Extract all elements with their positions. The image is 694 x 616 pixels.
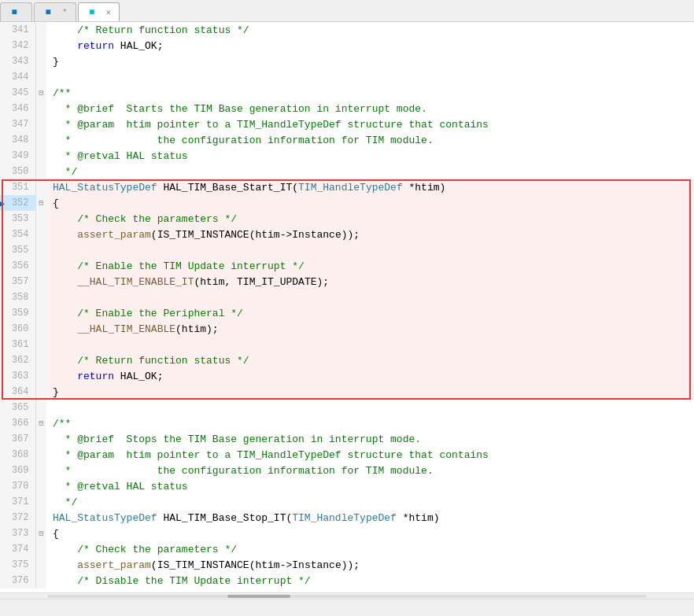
line-content: */ xyxy=(46,164,694,179)
fold-indicator xyxy=(35,494,46,510)
fold-indicator xyxy=(35,101,46,116)
line-content: __HAL_TIM_ENABLE(htim); xyxy=(46,321,694,337)
line-number: 367 xyxy=(0,431,35,447)
line-number: 376 xyxy=(0,573,35,588)
line-number: 355 xyxy=(0,242,35,258)
fold-indicator xyxy=(35,38,46,53)
line-number: 351 xyxy=(0,179,35,195)
line-row: 374 /* Check the parameters */ xyxy=(0,541,694,557)
line-row: 375 assert_param(IS_TIM_INSTANCE(htim->I… xyxy=(0,557,694,573)
line-row: 363 return HAL_OK; xyxy=(0,368,694,384)
fold-indicator xyxy=(35,211,46,227)
line-number: ▶352 xyxy=(0,195,35,211)
line-content: /* Check the parameters */ xyxy=(46,211,694,227)
line-row: 347 * @param htim pointer to a TIM_Handl… xyxy=(0,116,694,132)
fold-indicator xyxy=(35,447,46,463)
fold-indicator xyxy=(35,164,46,179)
line-content xyxy=(46,242,694,258)
scrollbar-track[interactable] xyxy=(47,595,647,598)
fold-indicator xyxy=(35,431,46,447)
line-number: 347 xyxy=(0,116,35,132)
line-number: 375 xyxy=(0,557,35,573)
fold-indicator xyxy=(35,352,46,368)
line-row: 358 xyxy=(0,290,694,305)
debug-arrow-icon: ▶ xyxy=(0,197,5,210)
line-row: 369 * the configuration information for … xyxy=(0,463,694,478)
line-content xyxy=(46,400,694,415)
fold-indicator xyxy=(35,573,46,588)
line-row: 345⊟/** xyxy=(0,85,694,101)
fold-indicator xyxy=(35,227,46,242)
line-content: { xyxy=(46,195,694,211)
line-content: /** xyxy=(46,415,694,431)
fold-indicator[interactable]: ⊟ xyxy=(35,195,46,211)
line-number: 370 xyxy=(0,478,35,494)
line-content: } xyxy=(46,384,694,400)
line-number: 350 xyxy=(0,164,35,179)
line-row: 370 * @retval HAL status xyxy=(0,478,694,494)
line-row: ▶352⊟{ xyxy=(0,195,694,211)
code-table: 341 /* Return function status */342 retu… xyxy=(0,22,694,588)
file-icon-stm32: ■ xyxy=(87,7,98,18)
fold-indicator xyxy=(35,242,46,258)
fold-indicator xyxy=(35,258,46,274)
fold-indicator xyxy=(35,22,46,38)
line-number: 349 xyxy=(0,148,35,164)
code-area[interactable]: 341 /* Return function status */342 retu… xyxy=(0,22,694,592)
fold-indicator[interactable]: ⊟ xyxy=(35,85,46,101)
line-number: 366 xyxy=(0,415,35,431)
line-content: * @brief Starts the TIM Base generation … xyxy=(46,101,694,116)
line-content: */ xyxy=(46,494,694,510)
line-number: 358 xyxy=(0,290,35,305)
line-number: 345 xyxy=(0,85,35,101)
line-number: 354 xyxy=(0,227,35,242)
tab-main-c[interactable]: ■ xyxy=(0,2,32,21)
line-content: * @param htim pointer to a TIM_HandleTyp… xyxy=(46,447,694,463)
fold-indicator[interactable]: ⊟ xyxy=(35,415,46,431)
line-row: 371 */ xyxy=(0,494,694,510)
fold-indicator xyxy=(35,274,46,290)
fold-indicator[interactable]: ⊟ xyxy=(35,526,46,541)
line-number: 357 xyxy=(0,274,35,290)
line-content: assert_param(IS_TIM_INSTANCE(htim->Insta… xyxy=(46,227,694,242)
fold-indicator xyxy=(35,179,46,195)
line-row: 351HAL_StatusTypeDef HAL_TIM_Base_Start_… xyxy=(0,179,694,195)
line-content: * the configuration information for TIM … xyxy=(46,463,694,478)
line-row: 365 xyxy=(0,400,694,415)
line-content xyxy=(46,337,694,352)
scrollbar-thumb[interactable] xyxy=(227,595,290,598)
line-row: 354 assert_param(IS_TIM_INSTANCE(htim->I… xyxy=(0,227,694,242)
tab-tim-c[interactable]: ■ * xyxy=(34,2,76,21)
line-row: 341 /* Return function status */ xyxy=(0,22,694,38)
fold-indicator xyxy=(35,305,46,321)
fold-indicator xyxy=(35,510,46,526)
tab-stm32-hal[interactable]: ■ ✕ xyxy=(78,2,120,21)
line-row: 359 /* Enable the Peripheral */ xyxy=(0,305,694,321)
line-number: 359 xyxy=(0,305,35,321)
line-content: return HAL_OK; xyxy=(46,38,694,53)
line-content: HAL_StatusTypeDef HAL_TIM_Base_Start_IT(… xyxy=(46,179,694,195)
line-number: 342 xyxy=(0,38,35,53)
line-content: /* Enable the TIM Update interrupt */ xyxy=(46,258,694,274)
line-row: 368 * @param htim pointer to a TIM_Handl… xyxy=(0,447,694,463)
line-number: 348 xyxy=(0,132,35,148)
line-row: 346 * @brief Starts the TIM Base generat… xyxy=(0,101,694,116)
line-number: 356 xyxy=(0,258,35,274)
tab-close-stm32[interactable]: ✕ xyxy=(106,7,112,17)
scrollbar-area[interactable] xyxy=(0,592,694,599)
file-icon-main: ■ xyxy=(9,7,20,18)
fold-indicator xyxy=(35,69,46,85)
fold-indicator xyxy=(35,557,46,573)
line-content: /* Enable the Peripheral */ xyxy=(46,305,694,321)
line-row: 344 xyxy=(0,69,694,85)
line-number: 353 xyxy=(0,211,35,227)
line-number: 372 xyxy=(0,510,35,526)
line-row: 350 */ xyxy=(0,164,694,179)
line-row: 353 /* Check the parameters */ xyxy=(0,211,694,227)
tab-bar: ■ ■ * ■ ✕ xyxy=(0,0,694,22)
line-content: HAL_StatusTypeDef HAL_TIM_Base_Stop_IT(T… xyxy=(46,510,694,526)
line-number: 369 xyxy=(0,463,35,478)
line-row: 376 /* Disable the TIM Update interrupt … xyxy=(0,573,694,588)
fold-indicator xyxy=(35,290,46,305)
line-content: * @retval HAL status xyxy=(46,478,694,494)
